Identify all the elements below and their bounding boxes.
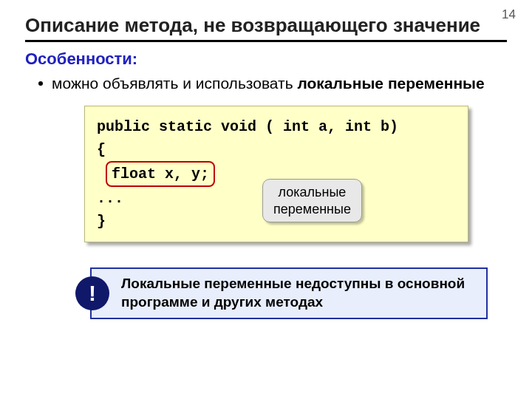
callout-label: локальные переменные (262, 179, 362, 222)
bullet-prefix: можно объявлять и использовать (52, 75, 297, 92)
bullet-dot-icon (38, 81, 43, 86)
bullet-item: можно объявлять и использовать локальные… (38, 73, 507, 94)
slide-title: Описание метода, не возвращающего значен… (25, 13, 507, 42)
code-line-2: { (97, 138, 456, 161)
note: ! Локальные переменные недоступны в осно… (90, 267, 488, 318)
note-text: Локальные переменные недоступны в основн… (90, 267, 488, 318)
code-line-1: public static void ( int a, int b) (97, 115, 456, 138)
local-var-declaration: float x, y; (106, 161, 215, 187)
bullet-bold: локальные переменные (297, 75, 484, 92)
bullet-text: можно объявлять и использовать локальные… (52, 73, 485, 94)
exclamation-icon: ! (75, 276, 109, 310)
page-number: 14 (502, 7, 516, 22)
subtitle: Особенности: (25, 50, 507, 69)
code-block: public static void ( int a, int b) { flo… (84, 106, 468, 242)
